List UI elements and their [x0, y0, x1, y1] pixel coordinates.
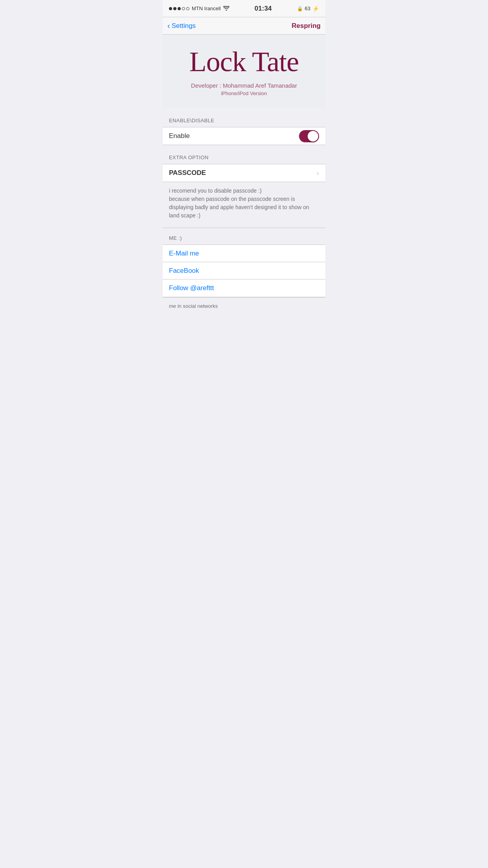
enable-disable-table: Enable: [163, 127, 325, 145]
app-title: Lock Tate: [171, 46, 317, 77]
info-text-section: i recomend you to disable passcode :)bec…: [163, 182, 325, 228]
version-text: iPhone/iPod Version: [171, 90, 317, 96]
me-section-header-text: ME :): [169, 235, 182, 241]
me-section-header: ME :): [163, 228, 325, 245]
me-section: ME :) E-Mail me FaceBook Follow @arefttt: [163, 228, 325, 297]
battery-percent: 63: [305, 6, 310, 11]
carrier-text: MTN Irancell: [192, 6, 221, 11]
follow-cell[interactable]: Follow @arefttt: [163, 280, 325, 297]
lightning-icon: ⚡: [312, 6, 319, 12]
footer-note-text: me in social networks: [169, 303, 218, 309]
header-section: Lock Tate Developer : Mohammad Aref Tama…: [163, 35, 325, 108]
passcode-label: PASSCODE: [169, 169, 206, 177]
info-text: i recomend you to disable passcode :)bec…: [169, 187, 319, 220]
passcode-chevron-icon: ›: [317, 169, 319, 177]
status-left: MTN Irancell: [169, 6, 229, 12]
signal-dot-5: [186, 7, 189, 10]
email-label: E-Mail me: [169, 250, 199, 257]
signal-dots: [169, 7, 189, 10]
email-cell[interactable]: E-Mail me: [163, 245, 325, 262]
signal-dot-4: [182, 7, 185, 10]
extra-option-section: EXTRA OPTION PASSCODE ›: [163, 145, 325, 182]
wifi-icon: [223, 6, 229, 12]
status-time: 01:34: [255, 5, 272, 13]
extra-option-header: EXTRA OPTION: [163, 145, 325, 164]
developer-text: Developer : Mohammad Aref Tamanadar: [171, 82, 317, 89]
signal-dot-1: [169, 7, 172, 10]
status-right: 🔒 63 ⚡: [297, 6, 319, 12]
enable-toggle[interactable]: [299, 130, 319, 142]
enable-disable-section: ENABLE\DISABLE Enable: [163, 108, 325, 145]
respring-button[interactable]: Respring: [292, 22, 321, 30]
me-table: E-Mail me FaceBook Follow @arefttt: [163, 245, 325, 297]
extra-option-header-text: EXTRA OPTION: [169, 154, 209, 160]
footer-note: me in social networks: [163, 297, 325, 314]
enable-label: Enable: [169, 132, 190, 140]
facebook-label: FaceBook: [169, 267, 199, 275]
passcode-cell[interactable]: PASSCODE ›: [163, 164, 325, 182]
follow-label: Follow @arefttt: [169, 284, 214, 292]
enable-disable-header: ENABLE\DISABLE: [163, 108, 325, 127]
lock-icon: 🔒: [297, 6, 303, 11]
enable-cell: Enable: [163, 127, 325, 145]
extra-option-table: PASSCODE ›: [163, 164, 325, 182]
enable-disable-header-text: ENABLE\DISABLE: [169, 118, 214, 123]
signal-dot-3: [178, 7, 181, 10]
status-bar: MTN Irancell 01:34 🔒 63 ⚡: [163, 0, 325, 17]
nav-bar: ‹ Settings Respring: [163, 17, 325, 35]
signal-dot-2: [173, 7, 176, 10]
back-chevron-icon: ‹: [167, 21, 170, 30]
back-button-label: Settings: [172, 22, 196, 30]
facebook-cell[interactable]: FaceBook: [163, 262, 325, 280]
back-button[interactable]: ‹ Settings: [167, 22, 196, 30]
toggle-knob: [308, 131, 318, 142]
